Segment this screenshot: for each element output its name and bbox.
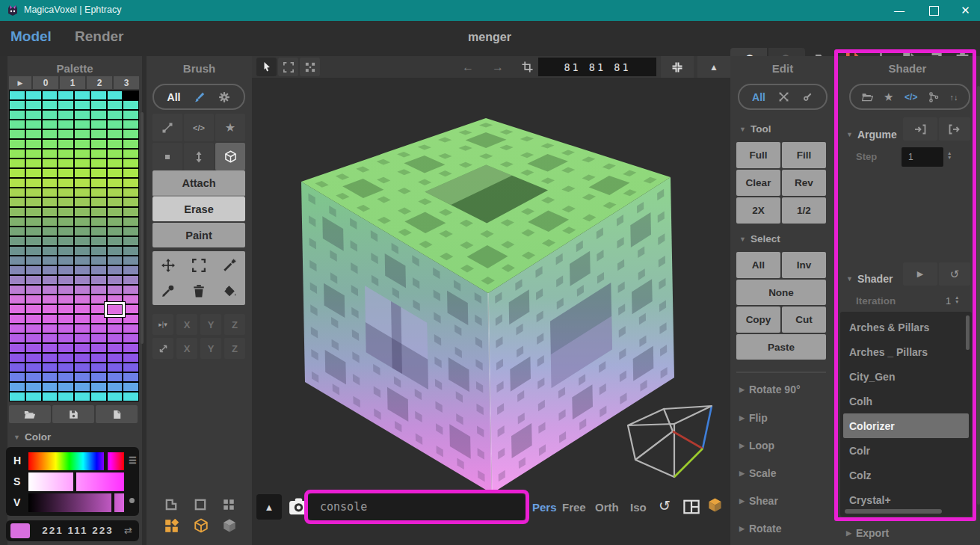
maximize-button[interactable] <box>916 0 951 21</box>
trash-tool-icon[interactable] <box>192 284 206 298</box>
palette-cell[interactable] <box>43 130 58 138</box>
palette-cell[interactable] <box>10 101 25 109</box>
palette-new-button[interactable] <box>96 405 138 423</box>
tab-render[interactable]: Render <box>75 28 123 45</box>
palette-cell[interactable] <box>91 392 106 401</box>
palette-cell[interactable] <box>43 91 58 99</box>
palette-cell[interactable] <box>123 130 138 138</box>
rotate-view-icon[interactable]: ↺ <box>659 497 671 514</box>
show-voxels-icon[interactable] <box>164 519 179 533</box>
palette-cell[interactable] <box>75 198 90 206</box>
palette-cell[interactable] <box>26 286 41 294</box>
hue-menu-icon[interactable]: ☰ <box>129 455 137 466</box>
palette-tab-1[interactable]: 1 <box>60 76 85 89</box>
palette-cell[interactable] <box>58 286 73 294</box>
axis-toggle-button[interactable] <box>152 338 173 359</box>
palette-cell[interactable] <box>26 363 41 372</box>
brush-icon[interactable] <box>194 91 206 103</box>
paint-bucket-icon[interactable] <box>223 284 236 298</box>
palette-cell[interactable] <box>58 179 73 187</box>
palette-cell[interactable] <box>123 208 138 216</box>
palette-cell[interactable] <box>43 305 58 313</box>
sat-slider[interactable] <box>28 472 124 491</box>
palette-cell[interactable] <box>108 324 123 333</box>
palette-cell[interactable] <box>43 237 58 245</box>
palette-cell[interactable] <box>123 91 138 99</box>
palette-cell[interactable] <box>123 227 138 235</box>
palette-cell[interactable] <box>43 392 58 401</box>
palette-tab-3[interactable]: 3 <box>114 76 139 89</box>
palette-cell[interactable] <box>123 295 138 304</box>
palette-cell[interactable] <box>75 383 90 391</box>
palette-cell[interactable] <box>43 198 58 206</box>
palette-cell[interactable] <box>58 130 73 138</box>
palette-cell[interactable] <box>43 354 58 362</box>
palette-cell[interactable] <box>43 169 58 177</box>
palette-cell[interactable] <box>108 392 123 401</box>
console-input[interactable]: console <box>308 493 526 520</box>
palette-cell[interactable] <box>43 286 58 294</box>
palette-cell[interactable] <box>75 140 90 148</box>
brush-tool-star[interactable]: ★ <box>215 114 245 141</box>
palette-cell[interactable] <box>75 286 90 294</box>
hue-slider-notch[interactable] <box>104 452 108 470</box>
palette-cell[interactable] <box>43 208 58 216</box>
section-rotate[interactable]: ▶Rotate <box>739 523 781 535</box>
show-frame-icon[interactable] <box>194 498 207 511</box>
palette-cell[interactable] <box>108 198 123 206</box>
swap-colors-icon[interactable]: ⇄ <box>124 525 132 536</box>
palette-cell[interactable] <box>58 392 73 401</box>
palette-cell[interactable] <box>91 344 106 352</box>
transform-arrows-icon[interactable] <box>778 91 789 102</box>
select-none-button[interactable]: None <box>736 280 826 305</box>
palette-cell[interactable] <box>91 266 106 274</box>
palette-cell[interactable] <box>26 256 41 265</box>
wrench-icon[interactable] <box>802 91 813 102</box>
brush-tool-face[interactable] <box>184 143 214 170</box>
palette-cell[interactable] <box>75 266 90 274</box>
palette-cell[interactable] <box>43 344 58 352</box>
palette-cell[interactable] <box>123 198 138 206</box>
palette-cell[interactable] <box>91 334 106 342</box>
palette-cell[interactable] <box>26 305 41 313</box>
palette-cell[interactable] <box>123 344 138 352</box>
palette-cell[interactable] <box>10 256 25 265</box>
mirror-x-button[interactable]: X <box>176 314 197 335</box>
palette-cell[interactable] <box>43 140 58 148</box>
palette-cell[interactable] <box>123 373 138 381</box>
palette-cell[interactable] <box>58 363 73 372</box>
palette-cell[interactable] <box>91 169 106 177</box>
axis-x-button[interactable]: X <box>176 338 197 359</box>
palette-save-button[interactable] <box>52 405 94 423</box>
palette-cell[interactable] <box>10 91 25 99</box>
palette-cell[interactable] <box>43 150 58 158</box>
palette-cell[interactable] <box>58 140 73 148</box>
edit-all-label[interactable]: All <box>752 91 765 103</box>
axis-z-button[interactable]: Z <box>224 338 245 359</box>
palette-cell[interactable] <box>26 91 41 99</box>
palette-cell[interactable] <box>10 130 25 138</box>
palette-cell[interactable] <box>26 237 41 245</box>
palette-cell[interactable] <box>26 227 41 235</box>
palette-cell[interactable] <box>26 101 41 109</box>
palette-cell[interactable] <box>91 159 106 167</box>
palette-cell[interactable] <box>58 373 73 381</box>
palette-cell[interactable] <box>108 169 123 177</box>
resize-crop-button[interactable] <box>517 58 537 76</box>
select-region-icon[interactable] <box>192 259 206 272</box>
section-rotate90[interactable]: ▶Rotate 90° <box>739 384 801 395</box>
axis-y-button[interactable]: Y <box>200 338 221 359</box>
brush-tool-line[interactable] <box>152 114 182 141</box>
palette-cell[interactable] <box>75 276 90 284</box>
palette-cell[interactable] <box>91 208 106 216</box>
palette-cell[interactable] <box>10 218 25 226</box>
cursor-tool-button[interactable] <box>256 58 277 76</box>
palette-cell[interactable] <box>26 315 41 323</box>
palette-cell[interactable] <box>123 276 138 284</box>
projection-iso[interactable]: Iso <box>630 501 647 514</box>
palette-cell[interactable] <box>123 392 138 401</box>
palette-cell[interactable] <box>26 344 41 352</box>
palette-cell[interactable] <box>43 295 58 304</box>
tab-model[interactable]: Model <box>10 28 52 45</box>
palette-cell[interactable] <box>108 101 123 109</box>
